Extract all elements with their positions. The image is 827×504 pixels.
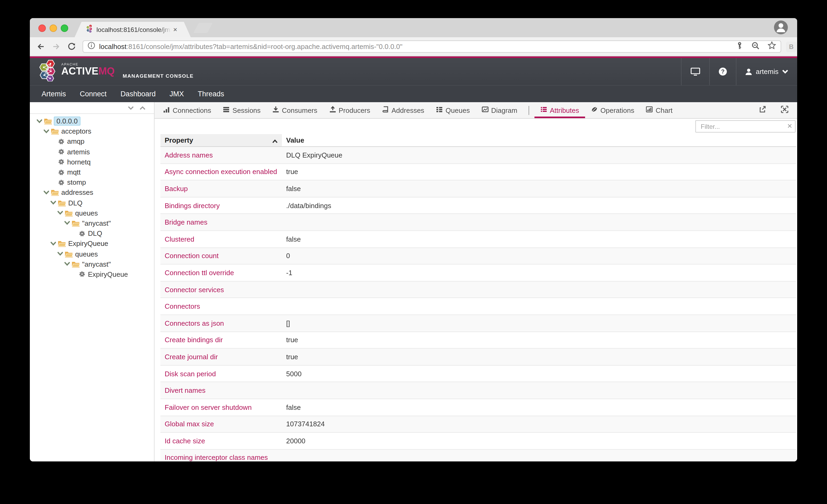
property-link[interactable]: Connector services (165, 285, 224, 293)
tree-node-artemis[interactable]: artemis (30, 147, 154, 157)
property-link[interactable]: Connectors as json (165, 319, 224, 327)
chevron-down-icon[interactable] (57, 251, 64, 257)
property-link[interactable]: Global max size (165, 420, 214, 428)
share-icon[interactable] (758, 105, 766, 115)
tree-node-label[interactable]: hornetq (67, 158, 91, 166)
tree-node-label[interactable]: "anycast" (82, 219, 111, 227)
property-link[interactable]: Address names (165, 151, 213, 159)
reload-button[interactable] (67, 42, 76, 51)
minimize-window-button[interactable] (50, 24, 57, 32)
tree-node-label[interactable]: "anycast" (82, 260, 111, 268)
close-tab-icon[interactable]: × (173, 26, 177, 33)
tree-node-label[interactable]: acceptors (61, 127, 91, 135)
tree-node-dlq[interactable]: DLQ (30, 228, 154, 238)
tree-node-0.0.0.0[interactable]: 0.0.0.0 (30, 116, 154, 126)
property-link[interactable]: Id cache size (165, 437, 205, 445)
tab-queues[interactable]: Queues (430, 102, 476, 118)
tree-node-label[interactable]: ExpiryQueue (88, 270, 128, 278)
tree-node-mqtt[interactable]: mqtt (30, 167, 154, 177)
tab-consumers[interactable]: Consumers (266, 102, 323, 118)
tree-node-label[interactable]: amqp (67, 137, 85, 146)
tree-node-expiryqueue[interactable]: ExpiryQueue (30, 269, 154, 279)
user-menu[interactable]: artemis (736, 58, 797, 85)
tree-node-stomp[interactable]: stomp (30, 177, 154, 187)
chevron-down-icon[interactable] (43, 189, 51, 196)
property-link[interactable]: Incoming interceptor class names (165, 454, 268, 461)
close-window-button[interactable] (38, 24, 46, 32)
chevron-down-icon[interactable] (50, 240, 57, 247)
chevron-down-icon[interactable] (36, 118, 44, 124)
tree-node-dlq[interactable]: DLQ (30, 198, 154, 208)
column-header-property[interactable]: Property (160, 134, 282, 147)
tree-node-addresses[interactable]: addresses (30, 187, 154, 198)
tree-node-label[interactable]: 0.0.0.0 (54, 117, 81, 126)
property-link[interactable]: Connectors (165, 302, 200, 310)
filter-input[interactable] (695, 120, 795, 132)
property-link[interactable]: Backup (165, 185, 188, 193)
expand-all-icon[interactable] (127, 103, 134, 113)
property-link[interactable]: Connection count (165, 252, 218, 260)
tree-node-queues[interactable]: queues (30, 249, 154, 259)
tree-node-label[interactable]: queues (75, 250, 98, 258)
tab-addresses[interactable]: Addresses (376, 102, 430, 118)
chevron-down-icon[interactable] (57, 210, 64, 216)
property-link[interactable]: Bridge names (165, 218, 207, 226)
tree-node-label[interactable]: queues (75, 209, 98, 217)
url-bar[interactable]: localhost:8161/console/jmx/attributes?ta… (83, 41, 781, 53)
tab-sessions[interactable]: Sessions (217, 102, 267, 118)
tree-node-label[interactable]: addresses (61, 189, 93, 197)
tab-connections[interactable]: Connections (157, 102, 217, 118)
property-link[interactable]: Disk scan period (165, 370, 216, 378)
property-link[interactable]: Create bindings dir (165, 336, 223, 344)
column-header-value[interactable]: Value (282, 134, 796, 147)
monitor-button[interactable] (681, 58, 710, 85)
nav-item-artemis[interactable]: Artemis (42, 90, 66, 98)
tree-node-anycast[interactable]: "anycast" (30, 218, 154, 228)
tree-node-expiryqueue[interactable]: ExpiryQueue (30, 239, 154, 249)
tab-diagram[interactable]: Diagram (476, 102, 523, 118)
chevron-down-icon[interactable] (50, 200, 57, 206)
chevron-down-icon[interactable] (64, 220, 71, 226)
nav-item-connect[interactable]: Connect (80, 90, 107, 98)
tree-node-label[interactable]: ExpiryQueue (68, 240, 108, 248)
nav-item-jmx[interactable]: JMX (169, 90, 184, 98)
fullscreen-icon[interactable] (781, 105, 789, 115)
property-link[interactable]: Divert names (165, 386, 205, 394)
tree-node-anycast[interactable]: "anycast" (30, 259, 154, 269)
browser-profile-avatar[interactable] (773, 20, 789, 37)
extension-b-icon[interactable]: B (786, 41, 797, 52)
tree-node-label[interactable]: artemis (67, 148, 90, 156)
bookmark-star-icon[interactable] (767, 41, 776, 52)
property-link[interactable]: Clustered (165, 235, 194, 243)
tree-node-label[interactable]: DLQ (68, 199, 82, 207)
collapse-all-icon[interactable] (139, 103, 146, 113)
filter-clear-icon[interactable]: ✕ (787, 122, 792, 130)
help-button[interactable]: ? (710, 58, 736, 85)
chevron-down-icon[interactable] (43, 128, 51, 135)
nav-item-dashboard[interactable]: Dashboard (120, 90, 156, 98)
property-link[interactable]: Bindings directory (165, 202, 220, 210)
tree-node-hornetq[interactable]: hornetq (30, 157, 154, 167)
forward-button[interactable] (52, 42, 61, 51)
zoom-out-icon[interactable] (751, 41, 760, 52)
property-link[interactable]: Connection ttl override (165, 269, 234, 277)
tab-producers[interactable]: Producers (323, 102, 376, 118)
tree-node-acceptors[interactable]: acceptors (30, 126, 154, 136)
property-link[interactable]: Create journal dir (165, 353, 218, 361)
tree-node-label[interactable]: stomp (67, 178, 86, 186)
back-button[interactable] (36, 42, 45, 51)
browser-tab[interactable]: localhost:8161/console/jmx/at × (75, 22, 191, 37)
tab-operations[interactable]: Operations (585, 102, 640, 118)
key-icon[interactable] (735, 41, 744, 52)
nav-item-threads[interactable]: Threads (198, 90, 224, 98)
tree-node-amqp[interactable]: amqp (30, 136, 154, 147)
tree-node-label[interactable]: DLQ (88, 229, 102, 237)
zoom-window-button[interactable] (61, 24, 68, 32)
property-link[interactable]: Async connection execution enabled (165, 168, 277, 176)
new-tab-button[interactable] (193, 23, 212, 33)
property-link[interactable]: Failover on server shutdown (165, 403, 252, 411)
info-icon[interactable] (87, 42, 95, 52)
chevron-down-icon[interactable] (64, 261, 71, 267)
tree-node-queues[interactable]: queues (30, 208, 154, 218)
tab-chart[interactable]: Chart (640, 102, 679, 118)
